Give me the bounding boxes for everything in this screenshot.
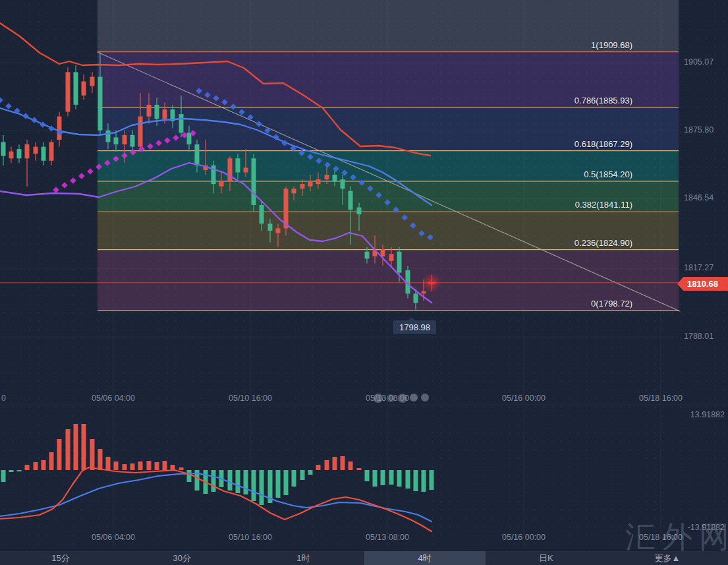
timeframe-tab-6[interactable]: 更多▲ (607, 551, 728, 565)
timeframe-tab-2[interactable]: 30分 (121, 551, 242, 565)
macd-panel (0, 424, 434, 531)
last-price-badge: 1810.68 (677, 277, 728, 291)
timeframe-tab-5[interactable]: 日K (486, 551, 607, 565)
watermark-dots (374, 394, 429, 403)
timeframe-toolbar: 15分30分1时4时日K更多▲ (0, 550, 728, 565)
timeframe-tab-1[interactable]: 15分 (0, 551, 121, 565)
indicator-max-label: 13.91882 (690, 410, 725, 419)
sar-dots-blue-1 (0, 97, 63, 136)
indicator-min-label: -13.91882 (688, 523, 725, 532)
trading-app-screen: 1905.071875.801846.541817.271788.01 1(19… (0, 0, 728, 565)
timeframe-tab-3[interactable]: 1时 (242, 551, 364, 565)
timeframe-tab-4[interactable]: 4时 (364, 551, 486, 565)
low-price-tooltip: 1798.98 (393, 320, 436, 334)
price-chart-canvas[interactable] (0, 0, 728, 565)
